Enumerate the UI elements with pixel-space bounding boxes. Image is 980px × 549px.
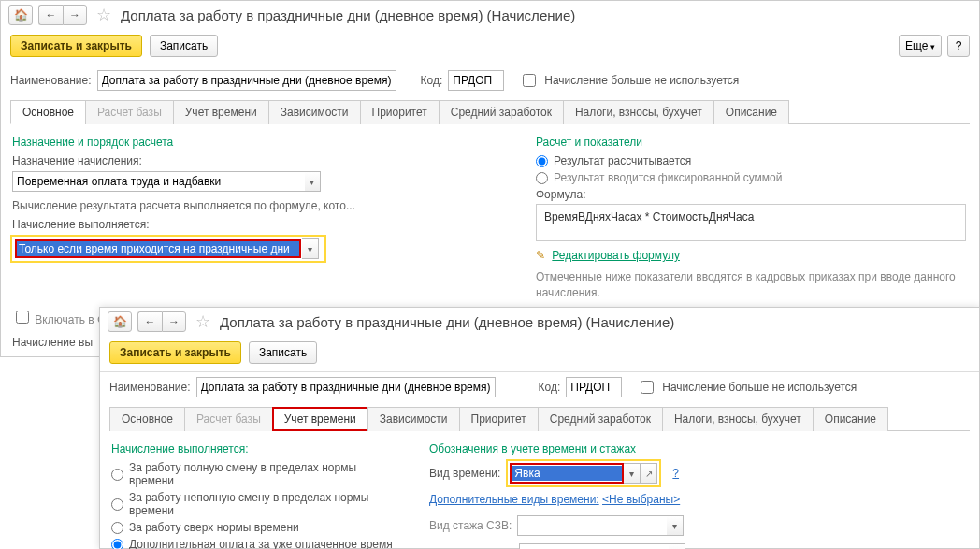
szv-label: Вид стажа СЗВ: bbox=[429, 519, 512, 532]
extra-kinds-value[interactable]: <Не выбраны> bbox=[602, 493, 680, 506]
tab-tax[interactable]: Налоги, взносы, бухучет bbox=[563, 100, 714, 124]
radio-calc[interactable] bbox=[536, 155, 548, 167]
tab-tax-2[interactable]: Налоги, взносы, бухучет bbox=[662, 407, 814, 431]
forward-button-2[interactable]: → bbox=[162, 311, 186, 332]
window-2: 🏠 ← → ☆ Доплата за работу в праздничные … bbox=[99, 307, 980, 549]
tab-prio[interactable]: Приоритет bbox=[360, 100, 440, 124]
pfr-dropdown[interactable]: ▾ bbox=[669, 543, 685, 549]
when-dropdown[interactable]: ▾ bbox=[302, 238, 319, 259]
window-title-2: Доплата за работу в праздничные дни (дне… bbox=[220, 314, 674, 330]
code-input[interactable] bbox=[448, 70, 504, 91]
home-button-2[interactable]: 🏠 bbox=[108, 311, 132, 332]
radio-part-shift-label: За работу неполную смену в пределах норм… bbox=[129, 491, 401, 517]
back-button[interactable]: ← bbox=[38, 5, 63, 25]
back-button-2[interactable]: ← bbox=[137, 311, 162, 332]
name-label-2: Наименование: bbox=[109, 381, 191, 394]
tab-avg[interactable]: Средний заработок bbox=[439, 100, 564, 124]
tab-desc[interactable]: Описание bbox=[713, 100, 789, 124]
not-used-label-2: Начисление больше не используется bbox=[662, 381, 857, 394]
tab-body-2: Начисление выполняется: За работу полную… bbox=[100, 431, 979, 549]
titlebar: 🏠 ← → ☆ Доплата за работу в праздничные … bbox=[1, 1, 979, 31]
edit-formula-link[interactable]: Редактировать формулу bbox=[552, 249, 680, 262]
not-used-checkbox-2[interactable] bbox=[641, 381, 654, 394]
pencil-icon: ✎ bbox=[536, 249, 545, 262]
section-purpose: Назначение и порядок расчета bbox=[12, 136, 396, 149]
tab-base[interactable]: Расчет базы bbox=[85, 100, 174, 124]
forward-button[interactable]: → bbox=[63, 5, 87, 25]
save-button-2[interactable]: Записать bbox=[249, 341, 317, 364]
radio-part-shift[interactable] bbox=[111, 498, 123, 511]
tab-base-2[interactable]: Расчет базы bbox=[184, 407, 273, 431]
window-1: 🏠 ← → ☆ Доплата за работу в праздничные … bbox=[0, 0, 980, 357]
home-button[interactable]: 🏠 bbox=[8, 5, 33, 25]
formula-text: ВремяВДняхЧасах * СтоимостьДняЧаса bbox=[544, 210, 754, 224]
name-row-2: Наименование: Код: Начисление больше не … bbox=[100, 372, 979, 402]
tab-prio-2[interactable]: Приоритет bbox=[459, 407, 539, 431]
not-used-checkbox[interactable] bbox=[523, 74, 536, 87]
formula-box: ВремяВДняхЧасах * СтоимостьДняЧаса bbox=[536, 204, 966, 241]
help-button[interactable]: ? bbox=[947, 35, 970, 57]
code-label-2: Код: bbox=[539, 381, 561, 394]
tab-avg-2[interactable]: Средний заработок bbox=[538, 407, 663, 431]
include-fot-checkbox[interactable] bbox=[16, 311, 29, 324]
name-input[interactable] bbox=[97, 70, 396, 91]
not-used-label: Начисление больше не используется bbox=[544, 74, 739, 87]
formula-label: Формула: bbox=[536, 188, 966, 201]
titlebar-2: 🏠 ← → ☆ Доплата за работу в праздничные … bbox=[100, 308, 979, 338]
name-input-2[interactable] bbox=[196, 377, 496, 397]
marked-hint: Отмеченные ниже показатели вводятся в ка… bbox=[536, 269, 966, 301]
radio-fixed[interactable] bbox=[536, 172, 548, 184]
tabs-2: Основное Расчет базы Учет времени Зависи… bbox=[109, 406, 970, 431]
radio-full-shift-label: За работу полную смену в пределах нормы … bbox=[129, 461, 401, 487]
section-when: Начисление выполняется: bbox=[111, 442, 401, 455]
tab-time[interactable]: Учет времени bbox=[173, 100, 269, 124]
tabs: Основное Расчет базы Учет времени Зависи… bbox=[10, 99, 970, 124]
purpose-input[interactable] bbox=[12, 171, 305, 192]
tab-desc-2[interactable]: Описание bbox=[813, 407, 888, 431]
kind-input[interactable]: Явка bbox=[512, 466, 622, 481]
toolbar-2: Записать и закрыть Записать bbox=[100, 338, 979, 372]
toolbar: Записать и закрыть Записать Еще ? bbox=[1, 31, 979, 65]
radio-calc-label: Результат рассчитывается bbox=[554, 154, 691, 167]
pfr-input[interactable] bbox=[519, 543, 669, 549]
szv-dropdown[interactable]: ▾ bbox=[667, 515, 684, 536]
radio-full-shift[interactable] bbox=[111, 469, 123, 481]
tab-deps[interactable]: Зависимости bbox=[268, 100, 361, 124]
kind-open[interactable]: ↗ bbox=[641, 463, 657, 484]
tab-main-2[interactable]: Основное bbox=[109, 407, 185, 431]
tab-deps-2[interactable]: Зависимости bbox=[368, 407, 460, 431]
window-title: Доплата за работу в праздничные дни (дне… bbox=[121, 7, 575, 23]
kind-help[interactable]: ? bbox=[672, 467, 679, 480]
when-label: Начисление выполняется: bbox=[12, 218, 396, 231]
radio-extra-pay[interactable] bbox=[111, 539, 123, 550]
code-label: Код: bbox=[421, 74, 443, 87]
extra-kinds-label[interactable]: Дополнительные виды времени: bbox=[429, 493, 599, 506]
name-row: Наименование: Код: Начисление больше не … bbox=[1, 65, 979, 95]
radio-fixed-label: Результат вводится фиксированной суммой bbox=[554, 171, 782, 184]
radio-overtime[interactable] bbox=[111, 522, 123, 534]
formula-hint: Вычисление результата расчета выполняетс… bbox=[12, 199, 396, 212]
tab-time-2[interactable]: Учет времени bbox=[272, 407, 368, 431]
favorite-icon-2[interactable]: ☆ bbox=[195, 311, 210, 332]
purpose-label: Назначение начисления: bbox=[12, 154, 396, 167]
kind-dropdown[interactable]: ▾ bbox=[624, 463, 641, 484]
section-marks: Обозначения в учете времени и стажах bbox=[429, 442, 831, 455]
szv-input bbox=[517, 515, 667, 536]
more-button[interactable]: Еще bbox=[899, 35, 942, 57]
favorite-icon[interactable]: ☆ bbox=[96, 5, 111, 25]
tab-main[interactable]: Основное bbox=[10, 100, 86, 124]
section-calc: Расчет и показатели bbox=[536, 136, 966, 149]
save-close-button[interactable]: Записать и закрыть bbox=[10, 35, 142, 57]
radio-extra-pay-label: Дополнительная оплата за уже оплаченное … bbox=[129, 538, 393, 549]
when-input[interactable]: Только если время приходится на празднич… bbox=[15, 239, 301, 258]
purpose-dropdown[interactable]: ▾ bbox=[305, 171, 321, 192]
code-input-2[interactable] bbox=[566, 377, 622, 397]
name-label: Наименование: bbox=[10, 74, 92, 87]
save-close-button-2[interactable]: Записать и закрыть bbox=[109, 341, 241, 364]
radio-overtime-label: За работу сверх нормы времени bbox=[129, 521, 299, 534]
save-button[interactable]: Записать bbox=[150, 35, 218, 57]
kind-label: Вид времени: bbox=[429, 467, 500, 480]
